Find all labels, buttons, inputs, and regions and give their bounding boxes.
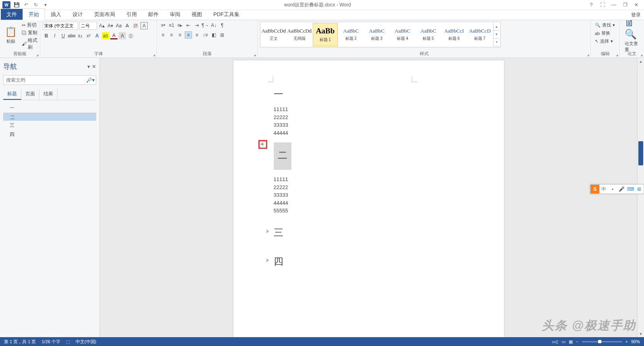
style-heading6[interactable]: AaBbCcI标题 6	[442, 23, 466, 46]
zoom-in-button[interactable]: +	[625, 339, 628, 344]
shading-button[interactable]: ◧	[210, 31, 217, 39]
zoom-level[interactable]: 90%	[631, 339, 640, 344]
minimize-button[interactable]: —	[609, 1, 619, 8]
scroll-down[interactable]: ▼	[638, 330, 644, 337]
distribute-button[interactable]: ≡	[193, 31, 200, 39]
help-button[interactable]: ?	[586, 1, 597, 8]
search-input[interactable]	[4, 76, 85, 84]
collapse-toggle[interactable]	[266, 258, 269, 262]
tab-design[interactable]: 设计	[67, 9, 89, 20]
font-color-button[interactable]: A	[110, 32, 118, 39]
ltr-button[interactable]: ¶→	[202, 22, 209, 29]
align-right-button[interactable]: ≡	[176, 31, 184, 39]
strike-button[interactable]: abc	[68, 32, 75, 39]
numbering-button[interactable]: ≡1	[168, 22, 175, 29]
subscript-button[interactable]: x₂	[76, 32, 84, 39]
heading-2-selected[interactable]: 二	[274, 142, 291, 170]
ime-lang-button[interactable]: 中	[599, 185, 608, 194]
ime-toolbar[interactable]: S 中 ▪ 🎤 ⌨ ⊞	[590, 184, 644, 194]
gallery-down[interactable]: ▼	[493, 31, 500, 38]
find-button[interactable]: 🔍查找▾	[593, 22, 617, 29]
borders-button[interactable]: ⊞	[219, 31, 226, 39]
sort-button[interactable]: A↓	[210, 22, 217, 29]
align-left-button[interactable]: ≡	[159, 31, 167, 39]
copy-button[interactable]: ⿻复制	[22, 29, 37, 36]
body-text[interactable]: 44444	[274, 199, 464, 207]
style-heading7[interactable]: AaBbCcD标题 7	[467, 23, 492, 46]
select-button[interactable]: ↖选择▾	[593, 38, 617, 45]
language-indicator[interactable]: 中文(中国)	[76, 339, 96, 345]
tab-review[interactable]: 审阅	[164, 9, 186, 20]
bullets-button[interactable]: ≡•	[159, 22, 167, 29]
change-case-button[interactable]: Aa	[115, 22, 122, 29]
style-heading3[interactable]: AaBbC标题 3	[364, 23, 389, 46]
grow-font-button[interactable]: A▴	[98, 22, 105, 29]
text-effects-button[interactable]: A	[93, 32, 101, 39]
font-size-select[interactable]	[79, 22, 97, 30]
tab-file[interactable]: 文件	[1, 9, 23, 20]
collapse-toggle[interactable]	[266, 229, 269, 233]
tab-layout[interactable]: 页面布局	[89, 9, 121, 20]
qat-customize[interactable]: ▾	[42, 1, 49, 8]
highlight-button[interactable]: ab	[102, 32, 109, 39]
clear-formatting-button[interactable]: A̶	[124, 22, 131, 29]
nav-item[interactable]: 三	[3, 121, 96, 130]
body-text[interactable]: 55555	[274, 207, 464, 215]
read-mode-button[interactable]: ▭▯	[552, 339, 558, 344]
search-button[interactable]: 🔎▾	[85, 76, 96, 84]
align-center-button[interactable]: ≡	[168, 31, 175, 39]
close-button[interactable]: ✕	[631, 1, 642, 8]
style-heading1[interactable]: AaBb标题 1	[313, 23, 338, 46]
body-text[interactable]: 22222	[274, 183, 464, 192]
body-text[interactable]: 33333	[274, 191, 464, 199]
tab-references[interactable]: 引用	[121, 9, 142, 20]
nav-tab-pages[interactable]: 页面	[21, 89, 39, 100]
body-text[interactable]: 33333	[274, 121, 464, 129]
scroll-up[interactable]: ▲	[638, 58, 644, 65]
save-button[interactable]: 💾	[13, 1, 20, 8]
nav-item[interactable]: 四	[3, 130, 96, 139]
tab-view[interactable]: 视图	[186, 9, 208, 20]
multilevel-button[interactable]: ≡▸	[176, 22, 184, 29]
nav-tab-results[interactable]: 结果	[39, 89, 58, 100]
body-text[interactable]: 11111	[274, 105, 464, 113]
zoom-out-button[interactable]: −	[576, 339, 578, 344]
nav-close-button[interactable]: ✕	[92, 64, 96, 70]
web-layout-button[interactable]: ▦	[569, 339, 573, 344]
style-nospacing[interactable]: AaBbCcDd无间隔	[287, 23, 312, 46]
collapse-toggle-highlighted[interactable]	[258, 140, 267, 149]
styles-gallery[interactable]: AaBbCcDd正文 AaBbCcDd无间隔 AaBb标题 1 AaBbC标题 …	[260, 22, 501, 47]
page-indicator[interactable]: 第 1 页，共 1 页	[4, 339, 36, 345]
ribbon-display-button[interactable]: ⛶	[597, 1, 608, 8]
shrink-font-button[interactable]: A▾	[107, 22, 114, 29]
increase-indent-button[interactable]: ⇥	[193, 22, 200, 29]
heading-3[interactable]: 三	[274, 226, 464, 239]
tab-mailings[interactable]: 邮件	[142, 9, 164, 20]
style-heading5[interactable]: AaBbC标题 5	[416, 23, 441, 46]
bold-button[interactable]: B	[43, 32, 50, 39]
superscript-button[interactable]: x²	[85, 32, 92, 39]
tab-insert[interactable]: 插入	[45, 9, 67, 20]
heading-4[interactable]: 四	[274, 255, 464, 268]
font-name-select[interactable]	[43, 22, 78, 30]
zoom-slider[interactable]	[582, 341, 622, 342]
scroll-track[interactable]	[638, 65, 644, 330]
char-shading-button[interactable]: A	[119, 32, 126, 39]
body-text[interactable]: 44444	[274, 129, 464, 137]
ime-menu-button[interactable]: ⊞	[635, 185, 644, 194]
body-text[interactable]: 11111	[274, 175, 464, 183]
phonetic-button[interactable]: 拼	[132, 22, 139, 29]
vertical-scrollbar[interactable]: ▲ ▼	[637, 58, 644, 337]
style-heading4[interactable]: AaBbC标题 4	[390, 23, 415, 46]
justify-button[interactable]: ≡	[185, 31, 192, 39]
format-painter-button[interactable]: 🖌格式刷	[22, 37, 37, 51]
signin-link[interactable]: 登录	[631, 12, 641, 19]
ime-punct-button[interactable]: ▪	[608, 185, 617, 194]
scroll-thumb[interactable]	[638, 141, 643, 165]
undo-button[interactable]: ↶	[23, 1, 30, 8]
cut-button[interactable]: ✂剪切	[22, 22, 37, 29]
underline-button[interactable]: U	[60, 32, 67, 39]
word-count[interactable]: 1/26 个字	[41, 339, 60, 345]
char-border-button[interactable]: A	[140, 22, 148, 29]
decrease-indent-button[interactable]: ⇤	[185, 22, 192, 29]
